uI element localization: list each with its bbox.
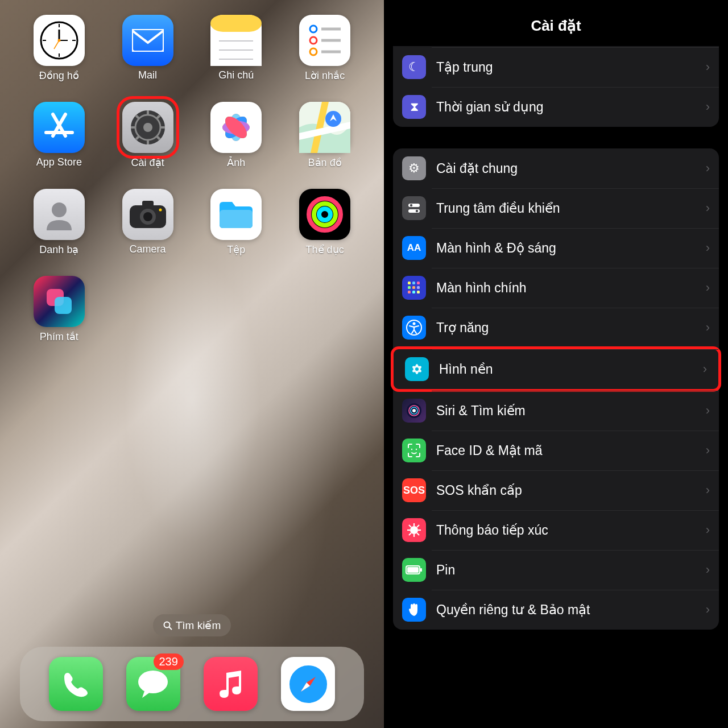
svg-point-49: [143, 212, 152, 221]
app-contacts[interactable]: Danh bạ: [20, 189, 98, 256]
chevron-right-icon: ›: [706, 443, 710, 458]
settings-row-faceid[interactable]: Face ID & Mật mã ›: [393, 431, 719, 470]
svg-rect-68: [417, 282, 420, 284]
app-maps[interactable]: Bản đồ: [286, 102, 364, 169]
accessibility-icon: [402, 316, 426, 340]
settings-row-accessibility[interactable]: Trợ năng ›: [393, 308, 719, 348]
phone-icon: [49, 657, 103, 711]
contacts-icon: [34, 189, 85, 240]
app-fitness[interactable]: Thể dục: [286, 189, 364, 256]
fitness-icon: [299, 189, 350, 240]
row-label: Màn hình chính: [436, 280, 706, 296]
row-label: Màn hình & Độ sáng: [436, 241, 706, 256]
settings-list[interactable]: ☾ Tập trung › ⧗ Thời gian sử dụng › ⚙ Cà…: [384, 46, 728, 728]
row-label: SOS khẩn cấp: [436, 483, 706, 498]
settings-row-siri[interactable]: Siri & Tìm kiếm ›: [393, 391, 719, 431]
maps-icon: [299, 102, 350, 153]
svg-point-65: [416, 210, 418, 212]
app-label: Camera: [130, 243, 166, 255]
chevron-right-icon: ›: [706, 280, 710, 295]
settings-row-screentime[interactable]: ⧗ Thời gian sử dụng ›: [393, 87, 719, 127]
app-shortcuts[interactable]: Phím tắt: [20, 276, 98, 343]
chevron-right-icon: ›: [706, 562, 710, 577]
app-grid: Đồng hồ Mail Ghi chú Lời nhắc App Store: [20, 15, 364, 343]
app-clock[interactable]: Đồng hồ: [20, 15, 98, 82]
svg-point-45: [52, 202, 67, 217]
search-pill[interactable]: Tìm kiếm: [153, 614, 231, 636]
hand-icon: [402, 598, 426, 622]
settings-row-exposure[interactable]: Thông báo tiếp xúc ›: [393, 510, 719, 550]
settings-row-homescreen[interactable]: Màn hình chính ›: [393, 268, 719, 308]
app-mail[interactable]: Mail: [109, 15, 187, 82]
svg-point-54: [319, 209, 330, 220]
svg-point-19: [310, 48, 317, 55]
app-photos[interactable]: Ảnh: [197, 102, 276, 169]
svg-line-93: [417, 533, 419, 535]
svg-point-17: [310, 37, 317, 44]
svg-rect-47: [142, 201, 154, 206]
settings-row-display[interactable]: AA Màn hình & Độ sáng ›: [393, 228, 719, 268]
search-label: Tìm kiếm: [176, 619, 221, 632]
svg-rect-9: [132, 29, 164, 52]
grid-icon: [402, 276, 426, 300]
dock-music[interactable]: [204, 657, 258, 711]
svg-point-15: [310, 26, 317, 32]
app-label: Mail: [138, 69, 157, 81]
dock: 239: [20, 647, 364, 721]
settings-row-focus[interactable]: ☾ Tập trung ›: [393, 47, 719, 87]
svg-rect-11: [210, 32, 262, 66]
svg-rect-10: [210, 15, 262, 32]
svg-point-57: [164, 622, 169, 627]
settings-row-privacy[interactable]: Quyền riêng tư & Bảo mật ›: [393, 590, 719, 630]
settings-row-control-center[interactable]: Trung tâm điều khiển ›: [393, 188, 719, 228]
chevron-right-icon: ›: [706, 602, 710, 617]
app-settings[interactable]: Cài đặt: [109, 102, 187, 169]
chevron-right-icon: ›: [706, 201, 710, 216]
app-files[interactable]: Tệp: [197, 189, 276, 256]
battery-icon: [402, 558, 426, 582]
svg-rect-56: [55, 297, 72, 314]
svg-point-85: [411, 449, 412, 450]
gear-icon: ⚙: [402, 156, 426, 180]
chevron-right-icon: ›: [706, 100, 710, 114]
svg-rect-66: [408, 282, 411, 284]
flower-icon: [405, 357, 429, 381]
app-camera[interactable]: Camera: [109, 189, 187, 256]
dock-phone[interactable]: [49, 657, 103, 711]
dock-safari[interactable]: [281, 657, 335, 711]
svg-point-8: [57, 39, 60, 42]
svg-line-94: [409, 533, 411, 535]
app-reminders[interactable]: Lời nhắc: [286, 15, 364, 82]
svg-line-58: [169, 627, 172, 630]
dock-messages[interactable]: 239: [126, 657, 180, 711]
app-appstore[interactable]: App Store: [20, 102, 98, 169]
settings-row-wallpaper[interactable]: Hình nền ›: [391, 346, 721, 392]
app-notes[interactable]: Ghi chú: [197, 15, 276, 82]
row-label: Face ID & Mật mã: [436, 443, 706, 458]
camera-icon: [122, 189, 173, 240]
svg-point-50: [159, 209, 162, 212]
chevron-right-icon: ›: [706, 523, 710, 537]
chevron-right-icon: ›: [703, 362, 707, 377]
row-label: Cài đặt chung: [436, 161, 706, 176]
settings-row-battery[interactable]: Pin ›: [393, 550, 719, 590]
files-icon: [210, 189, 262, 240]
row-label: Trợ năng: [436, 320, 706, 336]
row-label: Hình nền: [439, 362, 703, 377]
photos-icon: [210, 102, 262, 153]
app-label: Cài đặt: [131, 156, 164, 169]
ios-settings-screen: Cài đặt ☾ Tập trung › ⧗ Thời gian sử dụn…: [384, 0, 728, 728]
row-label: Thông báo tiếp xúc: [436, 523, 706, 538]
chevron-right-icon: ›: [706, 161, 710, 176]
row-label: Thời gian sử dụng: [436, 100, 706, 115]
svg-rect-69: [408, 286, 411, 289]
svg-point-87: [410, 526, 418, 534]
sos-icon: SOS: [402, 478, 426, 502]
app-label: Thể dục: [306, 243, 344, 256]
row-label: Siri & Tìm kiếm: [436, 403, 706, 419]
settings-row-sos[interactable]: SOS SOS khẩn cấp ›: [393, 470, 719, 510]
settings-row-general[interactable]: ⚙ Cài đặt chung ›: [393, 148, 719, 188]
moon-icon: ☾: [402, 55, 426, 79]
search-icon: [163, 621, 172, 630]
reminders-icon: [299, 15, 350, 66]
